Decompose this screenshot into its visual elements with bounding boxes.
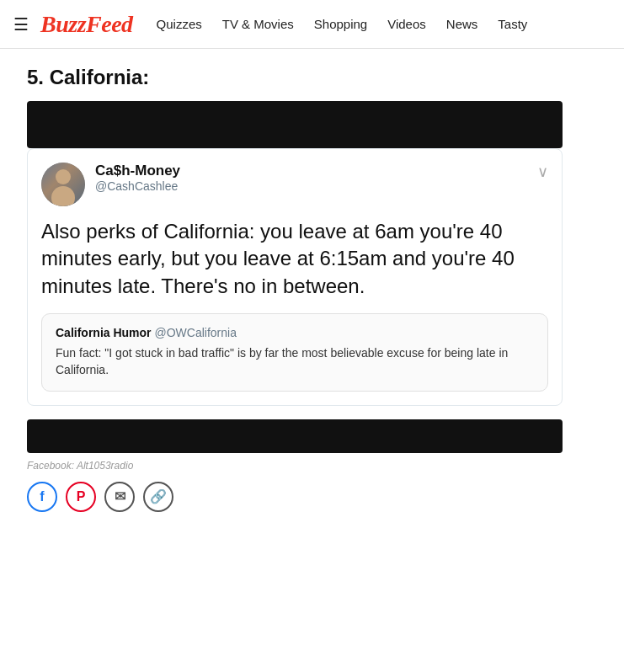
tweet-display-name: Ca$h-Money [95,163,548,179]
nav-item-shopping[interactable]: Shopping [314,17,367,32]
chevron-down-icon[interactable]: ∨ [537,163,548,181]
nav-link-news[interactable]: News [446,17,478,31]
link-icon: 🔗 [150,488,167,504]
share-facebook-button[interactable]: f [27,482,57,512]
site-logo[interactable]: BuzzFeed [40,11,133,38]
pinterest-icon: P [77,489,86,504]
nav-link-shopping[interactable]: Shopping [314,17,367,31]
bottom-image-placeholder [27,419,563,453]
share-pinterest-button[interactable]: P [66,482,96,512]
quoted-tweet-name: California Humor [56,326,152,339]
site-header: ☰ BuzzFeed Quizzes TV & Movies Shopping … [0,0,624,49]
quoted-tweet-text: Fun fact: "I got stuck in bad traffic" i… [56,344,534,379]
nav-link-quizzes[interactable]: Quizzes [157,17,202,31]
nav-item-news[interactable]: News [446,17,478,32]
quoted-tweet: California Humor @OWCalifornia Fun fact:… [41,313,548,392]
item-heading: 5. California: [27,66,563,89]
top-image-placeholder [27,101,563,148]
nav-link-tv[interactable]: TV & Movies [222,17,294,31]
tweet-header: Ca$h-Money @CashCashlee ∨ [41,163,548,206]
hamburger-icon[interactable]: ☰ [13,14,29,35]
nav-item-videos[interactable]: Videos [387,17,426,32]
nav-item-tasty[interactable]: Tasty [498,17,527,32]
facebook-icon: f [40,489,44,504]
tweet-body: Also perks of California: you leave at 6… [41,218,548,300]
main-content: 5. California: Ca$h-Money @CashCashlee ∨… [0,49,589,546]
tweet-handle[interactable]: @CashCashlee [95,179,548,193]
nav-link-videos[interactable]: Videos [387,17,426,31]
email-icon: ✉ [115,488,125,504]
tweet-user-info: Ca$h-Money @CashCashlee [95,163,548,193]
source-label: Facebook: Alt1053radio [27,460,563,472]
tweet-card: Ca$h-Money @CashCashlee ∨ Also perks of … [27,148,563,406]
nav-links: Quizzes TV & Movies Shopping Videos News… [157,17,528,32]
share-buttons: f P ✉ 🔗 [27,482,563,512]
nav-link-tasty[interactable]: Tasty [498,17,527,31]
nav-item-tv[interactable]: TV & Movies [222,17,294,32]
main-nav: Quizzes TV & Movies Shopping Videos News… [157,17,528,32]
avatar [41,163,85,206]
quoted-tweet-header: California Humor @OWCalifornia [56,326,534,339]
share-email-button[interactable]: ✉ [104,482,135,512]
avatar-image [41,163,85,206]
nav-item-quizzes[interactable]: Quizzes [157,17,202,32]
quoted-tweet-handle: @OWCalifornia [154,326,236,339]
share-link-button[interactable]: 🔗 [143,482,173,512]
